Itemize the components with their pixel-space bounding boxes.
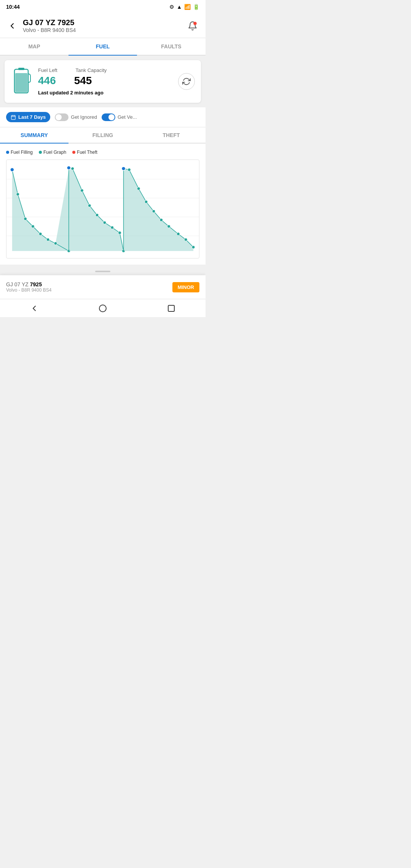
wifi-icon: ▲: [177, 4, 182, 10]
svg-point-41: [192, 246, 195, 249]
svg-point-32: [122, 167, 126, 171]
nav-home-button[interactable]: [94, 302, 112, 314]
legend-fuel-graph: Fuel Graph: [39, 150, 66, 155]
date-filter-label: Last 7 Days: [18, 114, 46, 120]
fuel-values: 446 545: [38, 75, 172, 87]
get-verified-toggle[interactable]: [102, 113, 115, 121]
header-subtitle: Volvo - B8R 9400 BS4: [23, 27, 181, 33]
fuel-left-label: Fuel Left: [38, 67, 57, 73]
svg-point-15: [24, 217, 27, 220]
legend-label-filling: Fuel Filling: [11, 150, 33, 155]
tank-capacity-value: 545: [74, 75, 92, 87]
header: GJ 07 YZ 7925 Volvo - B8R 9400 BS4: [0, 14, 206, 38]
nav-recents-button[interactable]: [162, 302, 180, 314]
svg-point-34: [137, 187, 140, 190]
legend-dot-theft: [72, 151, 75, 154]
tab-faults[interactable]: FAULTS: [137, 38, 206, 55]
svg-point-13: [10, 168, 14, 172]
header-title: GJ 07 YZ 7925: [23, 18, 181, 27]
preview-info: GJ 07 YZ 7925 Volvo - B8R 9400 BS4: [6, 281, 51, 293]
legend-label-graph: Fuel Graph: [43, 150, 66, 155]
status-icons: ⚙ ▲ 📶 🔋: [169, 4, 199, 10]
svg-point-24: [80, 189, 83, 192]
sub-tabs: SUMMARY FILLING THEFT: [0, 128, 206, 144]
svg-rect-43: [168, 305, 174, 311]
refresh-button[interactable]: [178, 73, 195, 90]
svg-point-27: [103, 221, 106, 224]
battery-icon: 🔋: [193, 4, 199, 10]
fuel-left-value: 446: [38, 75, 56, 87]
get-verified-filter[interactable]: Get Ve...: [102, 113, 137, 121]
svg-point-26: [96, 214, 99, 217]
svg-rect-2: [15, 73, 27, 92]
preview-vehicle-sub: Volvo - B8R 9400 BS4: [6, 287, 51, 293]
svg-point-19: [54, 242, 57, 245]
legend-fuel-theft: Fuel Theft: [72, 150, 97, 155]
svg-marker-12: [12, 170, 69, 251]
fuel-labels: Fuel Left Tank Capacity: [38, 67, 172, 73]
svg-point-0: [193, 22, 197, 25]
bottom-preview-card: GJ 07 YZ 7925 Volvo - B8R 9400 BS4 MINOR: [0, 275, 206, 299]
svg-rect-3: [18, 68, 24, 70]
status-time: 10:44: [6, 4, 20, 10]
settings-icon: ⚙: [169, 4, 174, 10]
minor-badge: MINOR: [172, 282, 199, 292]
fuel-last-updated: Last updated 2 minutes ago: [38, 90, 172, 96]
main-tabs: MAP FUEL FAULTS: [0, 38, 206, 56]
svg-point-28: [111, 226, 114, 229]
date-filter-chip[interactable]: Last 7 Days: [6, 112, 50, 122]
svg-point-37: [160, 219, 163, 222]
sub-tab-summary[interactable]: SUMMARY: [0, 128, 68, 143]
header-info: GJ 07 YZ 7925 Volvo - B8R 9400 BS4: [23, 18, 181, 33]
tank-capacity-label: Tank Capacity: [76, 67, 107, 73]
get-ignored-label: Get Ignored: [71, 114, 97, 120]
legend-dot-filling: [6, 151, 9, 154]
tab-fuel[interactable]: FUEL: [68, 38, 137, 55]
svg-point-29: [118, 231, 121, 235]
svg-point-22: [67, 166, 71, 170]
sub-tab-theft[interactable]: THEFT: [137, 128, 206, 143]
bottom-sheet-handle: [95, 271, 110, 272]
svg-point-42: [99, 305, 106, 312]
nav-back-button[interactable]: [25, 302, 43, 314]
fuel-info: Fuel Left Tank Capacity 446 545 Last upd…: [38, 67, 172, 96]
svg-rect-4: [11, 115, 16, 120]
svg-point-18: [46, 238, 49, 241]
preview-vehicle-id: GJ 07 YZ 7925: [6, 281, 51, 287]
legend-label-theft: Fuel Theft: [77, 150, 97, 155]
filter-bar: Last 7 Days Get Ignored Get Ve...: [0, 107, 206, 127]
svg-marker-31: [124, 169, 194, 251]
svg-point-38: [167, 225, 170, 228]
svg-marker-21: [69, 168, 124, 251]
get-ignored-toggle[interactable]: [55, 113, 68, 121]
svg-point-39: [177, 233, 180, 236]
svg-point-16: [31, 225, 34, 228]
fuel-card: Fuel Left Tank Capacity 446 545 Last upd…: [5, 60, 201, 103]
svg-point-17: [39, 233, 42, 236]
svg-point-35: [145, 200, 148, 203]
fuel-chart: [6, 160, 199, 258]
chart-legend: Fuel Filling Fuel Graph Fuel Theft: [6, 150, 199, 155]
back-button[interactable]: [6, 20, 18, 32]
signal-icon: 📶: [184, 4, 191, 10]
get-ignored-filter[interactable]: Get Ignored: [55, 113, 97, 121]
chart-container: Fuel Filling Fuel Graph Fuel Theft: [0, 144, 206, 265]
sub-tab-filling[interactable]: FILLING: [68, 128, 137, 143]
fuel-tank-icon: [11, 66, 32, 97]
svg-point-25: [88, 204, 91, 207]
svg-point-14: [16, 193, 19, 196]
svg-point-33: [127, 168, 131, 171]
nav-bar: [0, 299, 206, 317]
status-bar: 10:44 ⚙ ▲ 📶 🔋: [0, 0, 206, 14]
tab-map[interactable]: MAP: [0, 38, 68, 55]
svg-point-40: [184, 238, 187, 241]
notification-button[interactable]: [186, 19, 199, 33]
legend-dot-graph: [39, 151, 42, 154]
get-verified-label: Get Ve...: [118, 114, 137, 120]
svg-point-36: [152, 210, 155, 213]
legend-fuel-filling: Fuel Filling: [6, 150, 33, 155]
svg-point-23: [71, 167, 74, 170]
